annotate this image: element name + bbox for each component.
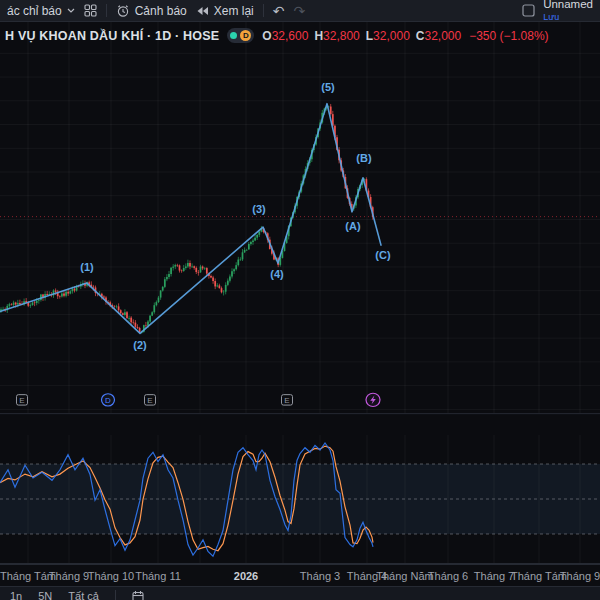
time-axis-label: Tháng 6	[428, 570, 468, 582]
replay-icon	[196, 6, 209, 16]
time-axis-label: Tháng Tám	[0, 570, 56, 582]
candlestick-chart[interactable]: (1)(2)(3)(4)(5)(A)(B)(C)EDEE	[0, 22, 600, 435]
symbol-legend[interactable]: H VỤ KHOAN DẦU KHÍ · 1D · HOSE D O32,600…	[5, 28, 549, 43]
chart-grid	[0, 22, 600, 413]
time-axis[interactable]: Tháng TámTháng 9Tháng 10Tháng 112026Thán…	[0, 564, 600, 586]
wave-label: (4)	[270, 269, 284, 281]
bottombar-divider	[115, 590, 116, 600]
ohlc-item: O32,600	[262, 29, 308, 43]
layout-name-button[interactable]: Unnamed Lưu	[543, 0, 593, 22]
interval-badge[interactable]: D	[227, 28, 254, 43]
indicators-label: ác chỉ báo	[7, 4, 62, 18]
time-axis-label: Tháng 9	[49, 570, 89, 582]
svg-text:E: E	[147, 396, 152, 405]
alert-button[interactable]: Cảnh báo	[116, 4, 187, 18]
range-5y-button[interactable]: 5N	[38, 590, 52, 600]
layout-grid-button[interactable]	[84, 4, 97, 17]
ohlc-item: C32,000	[416, 29, 461, 43]
ohlc-values: O32,600H32,800L32,000C32,000	[262, 29, 461, 43]
redo-button[interactable]: ↷	[294, 4, 306, 18]
wave-label: (B)	[356, 152, 372, 164]
grid-layout-icon	[84, 4, 97, 17]
daily-interval-icon: D	[240, 30, 251, 41]
calendar-icon[interactable]	[132, 590, 144, 600]
top-toolbar: ác chỉ báo Cảnh báo Xem lại ↶ ↷	[0, 0, 600, 22]
wave-label: (C)	[375, 250, 391, 262]
undo-button[interactable]: ↶	[273, 4, 285, 18]
ohlc-item: L32,000	[366, 29, 410, 43]
timeline-event-markers[interactable]: EDEE	[17, 393, 381, 406]
symbol-title[interactable]: H VỤ KHOAN DẦU KHÍ · 1D · HOSE	[5, 29, 219, 43]
time-axis-label: Tháng 9	[560, 570, 600, 582]
chevron-down-icon	[67, 8, 75, 14]
time-axis-label: Tháng Năm	[376, 570, 433, 582]
wave-label: (A)	[345, 220, 361, 232]
range-all-button[interactable]: Tất cả	[68, 590, 99, 600]
toolbar-divider	[106, 4, 107, 17]
status-dot-icon	[230, 32, 237, 39]
wave-label: (3)	[252, 203, 266, 215]
time-axis-label: Tháng 7	[474, 570, 514, 582]
checkbox-icon[interactable]	[522, 4, 535, 17]
wave-label: (1)	[80, 261, 94, 273]
time-axis-label: Tháng Tám	[511, 570, 567, 582]
layout-name: Unnamed	[543, 0, 593, 11]
toolbar-divider	[263, 4, 264, 17]
replay-button[interactable]: Xem lại	[196, 4, 254, 18]
alarm-clock-icon	[116, 4, 130, 18]
price-change: −350 (−1.08%)	[469, 29, 548, 43]
bottom-range-bar: 1n 5N Tất cả	[0, 586, 600, 600]
time-axis-label: 2026	[234, 570, 258, 582]
ohlc-item: H32,800	[314, 29, 359, 43]
main-chart-area[interactable]: H VỤ KHOAN DẦU KHÍ · 1D · HOSE D O32,600…	[0, 22, 600, 435]
wave-label: (2)	[133, 339, 147, 351]
alert-label: Cảnh báo	[135, 4, 187, 18]
stochastic-oscillator-panel[interactable]	[0, 435, 600, 564]
wave-label: (5)	[321, 82, 335, 94]
time-axis-label: Tháng 11	[135, 570, 181, 582]
elliott-wave-line	[0, 104, 381, 334]
time-axis-label: Tháng 3	[300, 570, 340, 582]
range-1y-button[interactable]: 1n	[10, 590, 22, 600]
indicators-button[interactable]: ác chỉ báo	[7, 4, 75, 18]
svg-text:E: E	[284, 396, 289, 405]
save-button[interactable]: Lưu	[543, 13, 559, 22]
replay-label: Xem lại	[214, 4, 254, 18]
elliott-wave-labels[interactable]: (1)(2)(3)(4)(5)(A)(B)(C)	[80, 82, 391, 351]
time-axis-label: Tháng 10	[88, 570, 134, 582]
svg-text:E: E	[19, 396, 24, 405]
svg-text:D: D	[105, 396, 111, 405]
